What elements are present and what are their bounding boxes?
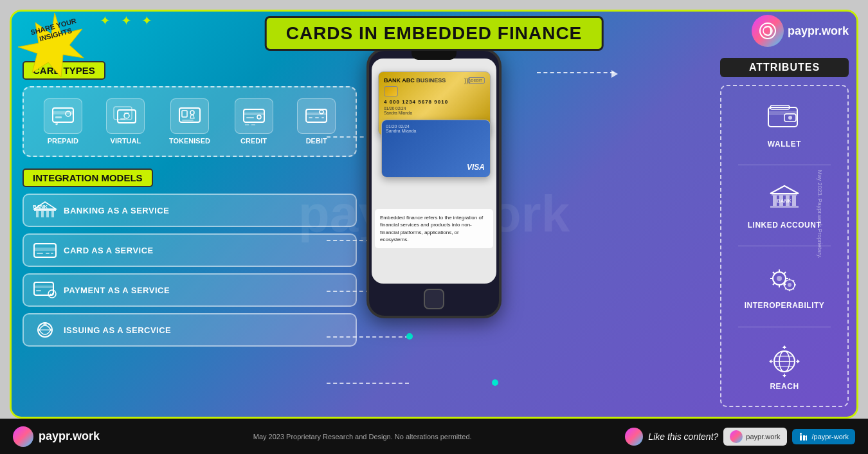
- logo-swirl-icon: [758, 21, 777, 41]
- footer-badge-icon: [730, 430, 743, 443]
- page-title: CARDS IN EMBEDDED FINANCE: [286, 23, 583, 43]
- arrow-right-icon: [611, 70, 618, 78]
- credit-item: CREDIT: [235, 98, 273, 145]
- svg-rect-45: [768, 107, 797, 127]
- footer-bar: paypr.work May 2023 Proprietary Research…: [0, 419, 868, 454]
- svg-marker-74: [797, 359, 800, 363]
- tokenised-icon-box: [170, 98, 209, 134]
- footer-logo: paypr.work: [13, 426, 100, 447]
- svg-rect-51: [772, 194, 797, 195]
- svg-point-59: [777, 276, 782, 281]
- virtual-item: VIRTUAL: [106, 98, 145, 145]
- payment-small-icon: [33, 281, 57, 299]
- linkedin-icon: [799, 431, 809, 442]
- credit-icon-box: [235, 98, 273, 134]
- share-badge: SHARE YOUR INSIGHTS: [13, 10, 96, 87]
- svg-rect-25: [321, 117, 324, 118]
- svg-rect-29: [36, 211, 39, 217]
- footer-right: Like this content? paypr.work /paypr-wor…: [625, 428, 855, 446]
- phone-body: BANK ABC BUSINESS ))) DEBIT 4 000 1234 5…: [366, 48, 502, 318]
- card-types-row: $ PREPAID: [32, 95, 348, 148]
- svg-rect-38: [51, 253, 53, 254]
- interoperability-item: INTEROPERABILITY: [727, 262, 842, 310]
- title-bar: CARDS IN EMBEDDED FINANCE: [265, 16, 604, 51]
- integration-section: INTEGRATION MODELS BANK BANKING AS A SER…: [23, 168, 357, 347]
- svg-rect-5: [55, 116, 62, 118]
- card-service-label: CARD AS A SERVICE: [64, 246, 154, 255]
- globe-icon: [764, 343, 806, 379]
- secondary-card: 01/20 02/24 Sandra Mianda VISA: [381, 120, 491, 177]
- decorative-dots: ✦ ✦ ✦: [100, 13, 156, 28]
- svg-rect-39: [34, 282, 53, 295]
- footer-copyright: May 2023 Proprietary Research and Design…: [253, 433, 472, 440]
- interoperability-label: INTEROPERABILITY: [745, 301, 825, 310]
- svg-rect-76: [800, 435, 802, 440]
- wallet-label: WALLET: [768, 140, 801, 149]
- footer-badge: paypr.work: [723, 428, 786, 446]
- prepaid-card-icon: $: [50, 104, 76, 129]
- svg-marker-68: [782, 345, 786, 348]
- svg-rect-46: [768, 111, 797, 115]
- svg-marker-70: [782, 375, 786, 377]
- logo-text: paypr.work: [788, 24, 849, 38]
- debit-item: DEBIT: [297, 98, 336, 145]
- card-types-box: $ PREPAID: [23, 86, 357, 157]
- integration-title: INTEGRATION MODELS: [23, 168, 153, 187]
- svg-rect-35: [34, 248, 56, 251]
- linkedin-text: /paypr-work: [812, 433, 849, 440]
- svg-point-61: [788, 283, 791, 287]
- svg-rect-9: [118, 110, 136, 123]
- svg-point-20: [257, 115, 261, 119]
- gears-svg-icon: [765, 264, 804, 296]
- svg-point-77: [800, 433, 802, 435]
- debit-label: DEBIT: [306, 137, 327, 145]
- attributes-title: ATTRIBUTES: [720, 58, 849, 77]
- card-service-item: CARD AS A SERVICE: [23, 233, 357, 267]
- svg-rect-12: [120, 118, 125, 120]
- svg-rect-56: [770, 206, 799, 208]
- reach-item: REACH: [727, 343, 842, 391]
- globe-svg-icon: [765, 345, 804, 377]
- card-service-icon: [33, 241, 57, 260]
- svg-point-15: [190, 111, 194, 114]
- debit-card-icon: [303, 104, 329, 129]
- prepaid-item: $ PREPAID: [44, 98, 82, 145]
- left-panel: CARD TYPES $: [23, 61, 357, 412]
- svg-rect-41: [36, 290, 41, 291]
- wallet-icon: [764, 101, 806, 136]
- virtual-card-icon: [113, 104, 138, 129]
- svg-rect-55: [792, 195, 796, 206]
- logo-circle-icon: [752, 15, 784, 47]
- divider-3: [738, 327, 831, 327]
- svg-rect-19: [246, 117, 254, 118]
- svg-rect-24: [315, 117, 319, 118]
- phone-notch: [411, 51, 457, 60]
- tokenised-card-icon: [177, 104, 203, 129]
- prepaid-label: PREPAID: [48, 137, 78, 145]
- logo-top-right: paypr.work: [752, 15, 849, 47]
- connector-issuing: [327, 383, 409, 384]
- wallet-item: WALLET: [727, 101, 842, 149]
- debit-icon-box: [297, 98, 336, 134]
- connector-payment: [327, 336, 409, 338]
- footer-logo-circle-icon: [13, 426, 33, 447]
- virtual-label: VIRTUAL: [111, 137, 141, 145]
- prepaid-icon-box: $: [44, 98, 82, 134]
- phone-container: BANK ABC BUSINESS ))) DEBIT 4 000 1234 5…: [366, 48, 502, 318]
- card-chip-icon: [384, 86, 398, 96]
- dot-payment: [406, 333, 413, 340]
- svg-point-0: [760, 23, 775, 39]
- linkedin-badge[interactable]: /paypr-work: [792, 429, 855, 444]
- svg-rect-36: [37, 253, 43, 254]
- linked-account-item: BANK LINKED ACCOUNT: [727, 182, 842, 230]
- main-container: paypr.work May 2023. Paypr.work Propriet…: [10, 10, 858, 419]
- banking-service-item: BANK BANKING AS A SERVICE: [23, 194, 357, 227]
- bank-building-icon: BANK: [764, 182, 806, 217]
- wallet-svg-icon: [765, 102, 804, 134]
- card-small-icon: [33, 242, 57, 259]
- svg-rect-16: [182, 120, 194, 121]
- footer-logo-mini-icon: [625, 428, 643, 446]
- svg-text:BANK: BANK: [777, 198, 791, 204]
- phone-screen: BANK ABC BUSINESS ))) DEBIT 4 000 1234 5…: [372, 59, 496, 284]
- divider-2: [738, 246, 831, 246]
